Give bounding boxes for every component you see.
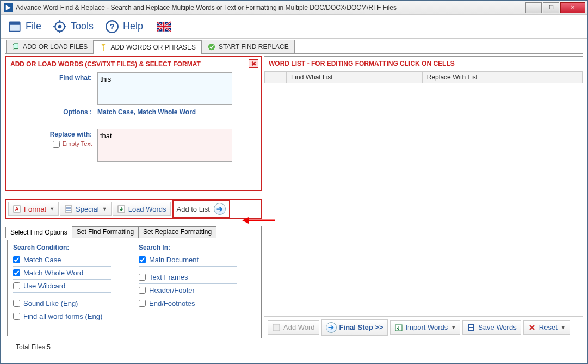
- search-condition-col: Search Condition: Match Case Match Whole…: [8, 240, 133, 336]
- col-replace-with[interactable]: Replace With List: [422, 72, 582, 83]
- titlebar: ▶ Advance Word Find & Replace - Search a…: [1, 1, 587, 15]
- subtab-find-format[interactable]: Set Find Formatting: [72, 226, 139, 238]
- tab-add-words-label: ADD WORDS OR PHRASES: [110, 44, 196, 51]
- svg-rect-13: [103, 46, 104, 51]
- menu-tools[interactable]: Tools: [52, 19, 94, 34]
- svg-point-14: [208, 44, 215, 50]
- find-what-input[interactable]: [97, 72, 232, 105]
- svg-rect-22: [273, 324, 280, 331]
- svg-rect-26: [469, 328, 473, 330]
- final-step-button[interactable]: ➔ Final Step >>: [321, 319, 388, 336]
- download-icon: [117, 205, 126, 213]
- maximize-button[interactable]: ☐: [543, 2, 559, 13]
- chk-header-footer[interactable]: [139, 287, 146, 294]
- add-word-button[interactable]: Add Word: [268, 320, 319, 335]
- delete-icon: [528, 323, 536, 332]
- file-icon: [7, 19, 22, 34]
- app-icon: ▶: [4, 3, 13, 12]
- subtab-replace-format[interactable]: Set Replace Formatting: [138, 226, 216, 238]
- save-icon: [467, 323, 475, 332]
- search-condition-heading: Search Condition:: [13, 244, 128, 251]
- arrow-right-icon: ➔: [214, 203, 226, 215]
- format-button[interactable]: A Format▼: [8, 202, 59, 216]
- minimize-button[interactable]: —: [525, 2, 542, 13]
- special-icon: [64, 205, 73, 213]
- left-column: ADD OR LOAD WORDS (CSV/TXT FILES) & SELE…: [5, 56, 262, 338]
- chk-main-doc[interactable]: [139, 256, 146, 263]
- close-panel-button[interactable]: ✖: [249, 59, 258, 68]
- words-icon: [100, 44, 107, 51]
- close-button[interactable]: ✕: [560, 2, 585, 13]
- content: ADD OR LOAD WORDS (CSV/TXT FILES) & SELE…: [1, 54, 587, 341]
- uk-flag-icon[interactable]: [156, 19, 171, 34]
- empty-text-checkbox[interactable]: [53, 141, 60, 148]
- statusbar: Total Files:5: [5, 341, 583, 355]
- load-words-button[interactable]: Load Words: [113, 202, 171, 216]
- options-value: Match Case, Match Whole Word: [97, 108, 196, 116]
- svg-text:?: ?: [109, 22, 114, 31]
- find-label: Find what:: [10, 72, 97, 105]
- import-words-button[interactable]: Import Words▼: [390, 320, 461, 335]
- svg-text:A: A: [15, 206, 19, 212]
- window-title: Advance Word Find & Replace - Search and…: [16, 4, 397, 11]
- arrow-right-icon: ➔: [326, 322, 337, 333]
- plus-icon: [272, 323, 281, 332]
- tab-add-files-label: ADD OR LOAD FILES: [23, 43, 88, 51]
- options-label: Options :: [10, 108, 97, 116]
- menu-help[interactable]: ? Help: [104, 19, 143, 34]
- button-row: A Format▼ Special▼ Load Words Add to Lis…: [5, 199, 262, 219]
- add-panel-title: ADD OR LOAD WORDS (CSV/TXT FILES) & SELE…: [10, 59, 256, 72]
- help-icon: ?: [104, 19, 120, 34]
- chk-word-forms[interactable]: [13, 313, 20, 320]
- files-icon: [12, 43, 20, 51]
- col-blank[interactable]: [265, 72, 287, 83]
- replace-with-input[interactable]: [97, 129, 232, 162]
- gear-icon: [52, 19, 67, 34]
- right-column: WORD LIST - FOR EDITING FORMATTING CLICK…: [264, 56, 583, 338]
- menu-file-label: File: [26, 21, 41, 32]
- word-list-table: Find What List Replace With List: [264, 71, 583, 83]
- status-text: Total Files:5: [16, 343, 51, 351]
- special-button[interactable]: Special▼: [60, 202, 112, 216]
- menubar: File Tools ? Help: [1, 15, 587, 39]
- menu-help-label: Help: [123, 21, 143, 32]
- subtab-select-find[interactable]: Select Find Options: [5, 227, 72, 238]
- chk-match-case[interactable]: [13, 256, 20, 263]
- col-find-what[interactable]: Find What List: [287, 72, 423, 83]
- tab-start-replace-label: START FIND REPLACE: [219, 43, 289, 51]
- find-options-panel: Select Find Options Set Find Formatting …: [5, 226, 262, 338]
- svg-rect-12: [14, 44, 18, 49]
- import-icon: [394, 323, 403, 332]
- save-words-button[interactable]: Save Words: [462, 320, 521, 335]
- menu-file[interactable]: File: [7, 19, 41, 34]
- tab-start-replace[interactable]: START FIND REPLACE: [202, 40, 295, 53]
- svg-rect-1: [9, 22, 20, 24]
- add-words-panel: ADD OR LOAD WORDS (CSV/TXT FILES) & SELE…: [5, 56, 262, 191]
- replace-label: Replace with: Empty Text: [10, 129, 97, 162]
- main-tabs: ADD OR LOAD FILES ADD WORDS OR PHRASES S…: [5, 40, 583, 54]
- svg-rect-25: [469, 325, 473, 327]
- empty-text-label: Empty Text: [63, 140, 92, 147]
- tab-add-files[interactable]: ADD OR LOAD FILES: [6, 40, 94, 53]
- chk-end-footnotes[interactable]: [139, 300, 146, 307]
- format-icon: A: [13, 205, 21, 213]
- chk-wildcard[interactable]: [13, 282, 20, 289]
- check-icon: [208, 43, 215, 51]
- svg-point-3: [58, 24, 62, 28]
- chk-sound-like[interactable]: [13, 300, 20, 307]
- search-in-heading: Search In:: [139, 244, 253, 251]
- add-to-list-button[interactable]: Add to List ➔: [172, 200, 230, 218]
- word-list-table-wrap: Find What List Replace With List: [264, 71, 583, 316]
- search-in-col: Search In: Main Document Text Frames Hea…: [133, 240, 259, 336]
- menu-tools-label: Tools: [71, 21, 94, 32]
- word-list-title: WORD LIST - FOR EDITING FORMATTING CLICK…: [264, 57, 583, 71]
- chk-match-whole[interactable]: [13, 269, 20, 276]
- chk-text-frames[interactable]: [139, 274, 146, 281]
- right-button-row: Add Word ➔ Final Step >> Import Words▼ S…: [264, 316, 583, 338]
- reset-button[interactable]: Reset▼: [523, 320, 570, 335]
- tab-add-words[interactable]: ADD WORDS OR PHRASES: [94, 40, 202, 54]
